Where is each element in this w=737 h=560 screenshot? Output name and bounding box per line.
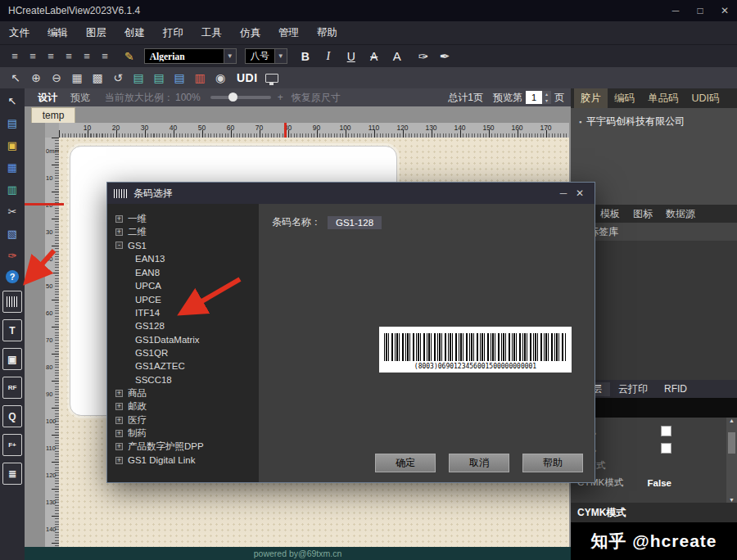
tree-item[interactable]: GS1DataMatrix xyxy=(107,333,259,346)
strikethrough-button[interactable]: A xyxy=(364,50,384,63)
zoom-slider-thumb[interactable] xyxy=(228,93,237,102)
database-export-icon[interactable]: ▤ xyxy=(150,69,168,87)
menu-item[interactable]: 工具 xyxy=(192,21,231,44)
tree-item[interactable]: + 一维 xyxy=(107,212,259,225)
panel-tab[interactable]: 模板 xyxy=(594,207,626,221)
panel-tab[interactable]: 胶片 xyxy=(574,88,608,108)
function-tool-button[interactable]: F+ xyxy=(2,434,22,456)
paste-icon[interactable]: ▧ xyxy=(5,226,20,241)
menu-item[interactable]: 文件 xyxy=(0,21,38,44)
tree-item[interactable]: EAN8 xyxy=(107,266,259,279)
tree-expander-icon[interactable]: + xyxy=(115,215,123,223)
color-checkbox[interactable] xyxy=(661,443,671,454)
scroll-up-icon[interactable]: ▲ xyxy=(729,418,735,423)
layer-dropdown[interactable]: ≣ xyxy=(571,398,737,418)
tree-item[interactable]: ITF14 xyxy=(107,306,259,319)
cancel-button[interactable]: 取消 xyxy=(449,454,509,472)
dialog-minimize-icon[interactable]: ─ xyxy=(555,187,572,199)
grid-icon[interactable]: ▦ xyxy=(68,69,86,87)
tree-expander-icon[interactable]: + xyxy=(115,417,123,424)
tree-item[interactable]: + 医疗 xyxy=(107,413,259,427)
menu-item[interactable]: 帮助 xyxy=(308,21,346,44)
tree-expander-icon[interactable]: + xyxy=(115,403,123,410)
save-icon[interactable]: ▦ xyxy=(5,160,20,174)
image-tool-button[interactable]: ▣ xyxy=(2,348,22,370)
format-brush-icon[interactable]: ✑ xyxy=(418,49,429,63)
tree-item[interactable]: EAN13 xyxy=(107,252,259,265)
dialog-close-icon[interactable]: ✕ xyxy=(572,187,588,199)
cut-icon[interactable]: ✂ xyxy=(5,204,20,219)
company-tree-panel[interactable]: ▪平宇码创科技有限公司 xyxy=(571,108,737,205)
text-tool-button[interactable]: T xyxy=(2,319,22,341)
maximize-icon[interactable]: □ xyxy=(688,5,712,16)
tree-item[interactable]: + 二维 xyxy=(107,225,259,238)
align-left-icon[interactable]: ≡ xyxy=(7,50,23,62)
tree-expander-icon[interactable]: - xyxy=(115,242,123,249)
label-library-item[interactable]: 的标签库 xyxy=(571,223,737,241)
menu-item[interactable]: 仿真 xyxy=(231,21,269,44)
open-folder-icon[interactable]: ▣ xyxy=(5,138,20,152)
tree-expander-icon[interactable]: + xyxy=(115,228,123,236)
tree-item[interactable]: + 商品 xyxy=(107,386,259,400)
udi-button[interactable]: UDI xyxy=(237,71,258,84)
menu-item[interactable]: 图层 xyxy=(77,21,115,44)
minimize-icon[interactable]: ─ xyxy=(663,5,688,16)
rfid-tool-button[interactable]: RF xyxy=(2,377,22,399)
chevron-down-icon[interactable]: ▼ xyxy=(274,49,287,63)
distribute-h-icon[interactable]: ≡ xyxy=(61,50,77,62)
format-painter-icon[interactable]: ✑ xyxy=(5,248,20,263)
align-right-icon[interactable]: ≡ xyxy=(43,50,59,62)
italic-button[interactable]: I xyxy=(319,50,338,63)
new-document-icon[interactable]: ▤ xyxy=(5,115,20,130)
justify-icon[interactable]: ≡ xyxy=(97,50,113,62)
panel-tab[interactable]: 图标 xyxy=(626,207,659,221)
tree-item[interactable]: + 产品数字护照DPP xyxy=(107,440,259,454)
page-number-stepper[interactable]: 1 ▴ ▾ xyxy=(526,91,551,104)
clear-format-icon[interactable]: ✒ xyxy=(440,49,450,63)
select-cursor-icon[interactable]: ↖ xyxy=(7,69,25,87)
scroll-down-icon[interactable]: ▼ xyxy=(729,497,735,503)
shape-tool-button[interactable]: Q xyxy=(2,405,22,427)
menu-item[interactable]: 打印 xyxy=(154,21,192,44)
zoom-in-icon[interactable]: ⊕ xyxy=(27,69,45,87)
database-import-icon[interactable]: ▤ xyxy=(170,69,188,87)
tree-item[interactable]: GS1QR xyxy=(107,346,259,359)
underline-button[interactable]: U xyxy=(341,50,361,63)
tree-expander-icon[interactable]: + xyxy=(115,430,123,437)
document-tab[interactable]: temp xyxy=(31,107,75,123)
panel-tab[interactable]: 云打印 xyxy=(610,382,656,396)
chevron-down-icon[interactable]: ▼ xyxy=(224,49,236,63)
pen-icon[interactable]: ✎ xyxy=(124,50,134,63)
tree-item[interactable]: UPCE xyxy=(107,292,259,305)
dialog-title-bar[interactable]: 条码选择 ─ ✕ xyxy=(107,183,595,204)
font-size-select[interactable]: 八号 ▼ xyxy=(245,48,287,64)
font-color-button[interactable]: A xyxy=(387,49,407,63)
tree-item[interactable]: GS1AZTEC xyxy=(107,359,259,373)
tree-item[interactable]: UPCA xyxy=(107,279,259,292)
panel-tab[interactable]: 编码 xyxy=(608,88,641,108)
tree-expander-icon[interactable]: + xyxy=(115,457,123,464)
page-number-value[interactable]: 1 xyxy=(526,91,542,104)
bold-button[interactable]: B xyxy=(296,50,315,63)
tree-expander-icon[interactable]: + xyxy=(115,443,123,450)
zoom-out-icon[interactable]: ⊖ xyxy=(47,69,66,87)
menu-item[interactable]: 创建 xyxy=(115,21,154,44)
database-icon[interactable]: ▤ xyxy=(129,69,147,87)
undo-icon[interactable]: ↺ xyxy=(109,69,127,87)
restore-size-button[interactable]: 恢复原尺寸 xyxy=(292,91,341,105)
print-icon[interactable]: ▥ xyxy=(5,182,20,196)
scrollbar-thumb[interactable] xyxy=(728,432,735,454)
zoom-plus-icon[interactable]: + xyxy=(278,92,283,103)
close-icon[interactable]: ✕ xyxy=(712,5,737,16)
panel-tab[interactable]: RFID xyxy=(656,383,695,395)
scrollbar[interactable]: ▲ ▼ xyxy=(726,418,737,503)
tree-item[interactable]: + GS1 Digital Link xyxy=(107,454,259,467)
panel-tab[interactable]: 单品码 xyxy=(641,88,685,108)
print-export-icon[interactable]: ▥ xyxy=(191,69,209,87)
tree-item[interactable]: SSCC18 xyxy=(107,373,259,386)
document-tool-button[interactable]: ≣ xyxy=(2,463,22,485)
tree-item[interactable]: + 制药 xyxy=(107,427,259,440)
tab-design[interactable]: 设计 xyxy=(31,91,64,105)
panel-tab[interactable]: 数据源 xyxy=(659,207,702,221)
menu-item[interactable]: 管理 xyxy=(269,21,308,44)
